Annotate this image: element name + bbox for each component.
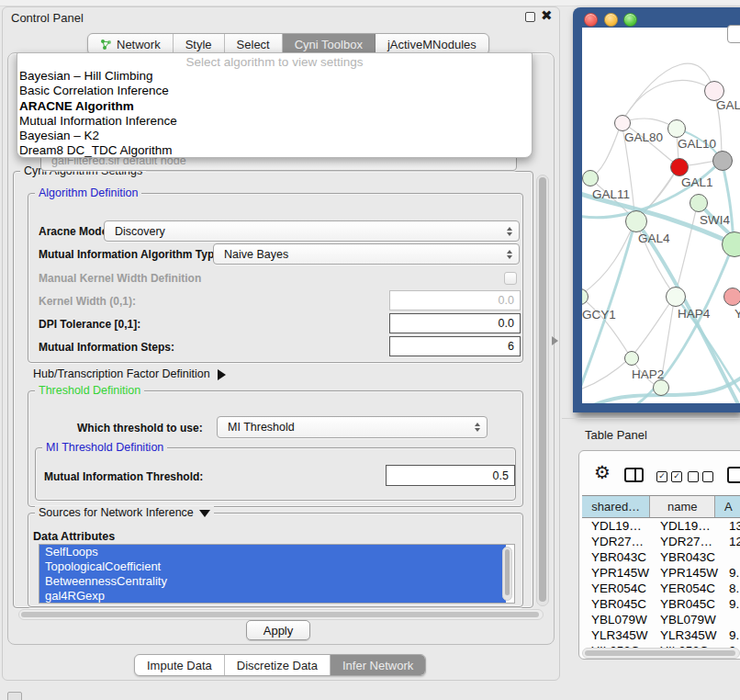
table-row[interactable]: YER054CYER054C8. xyxy=(582,581,740,596)
tab-infer-network-label: Infer Network xyxy=(342,659,413,672)
node-label: GAL1 xyxy=(681,175,713,189)
hub-definition-label: Hub/Transcription Factor Definition xyxy=(33,367,210,380)
kernel-width-field[interactable]: 0.0 xyxy=(389,290,521,310)
network-node-big-green[interactable] xyxy=(722,231,740,257)
settings-horizontal-scrollbar[interactable] xyxy=(18,609,544,620)
table-rows[interactable]: YDL19…YDL19…13 YDR27…YDR27…12 YBR043CYBR… xyxy=(582,518,740,648)
mi-type-value: Naive Bayes xyxy=(224,248,288,261)
mi-type-combo[interactable]: Naive Bayes xyxy=(213,243,520,265)
tab-select[interactable]: Select xyxy=(225,34,283,54)
network-node-gal10[interactable] xyxy=(667,119,686,138)
close-panel-button[interactable]: ✖ xyxy=(541,7,553,24)
aracne-mode-label: Aracne Mode: xyxy=(39,225,111,238)
node-label: GCY1 xyxy=(582,308,616,322)
document-icon[interactable] xyxy=(727,467,740,483)
network-toolbar-stub[interactable] xyxy=(727,25,740,43)
dpi-tolerance-value: 0.0 xyxy=(499,317,514,330)
table-row[interactable]: YBL079WYBL079W xyxy=(582,612,740,627)
tab-discretize-data-label: Discretize Data xyxy=(237,659,318,672)
settings-vertical-scrollbar[interactable] xyxy=(536,175,549,606)
app-root: Control Panel ✖ Network Style Select Cyn… xyxy=(0,0,740,700)
table-panel-divider xyxy=(562,418,740,419)
network-node-hap4[interactable] xyxy=(666,287,686,307)
select-all-checks-icon[interactable]: ✓✓ xyxy=(656,471,682,482)
table-row[interactable]: YPR145WYPR145W9. xyxy=(582,565,740,581)
network-node-gray[interactable] xyxy=(712,151,733,171)
attribute-item[interactable]: SelfLoops xyxy=(39,545,506,559)
table-row[interactable]: YLR345WYLR345W9. xyxy=(582,627,740,643)
column-layout-icon[interactable] xyxy=(624,468,644,482)
network-node-swi4[interactable] xyxy=(690,194,708,212)
close-window-icon[interactable] xyxy=(584,13,598,27)
hub-definition-toggle[interactable]: Hub/Transcription Factor Definition xyxy=(33,367,226,380)
column-header-name[interactable]: name xyxy=(650,496,715,517)
tab-network[interactable]: Network xyxy=(88,34,174,54)
network-node-bottom[interactable] xyxy=(653,379,669,396)
network-node-hap2[interactable] xyxy=(624,351,639,366)
splitter-collapse-icon[interactable] xyxy=(552,336,558,345)
table-row[interactable]: YDR27…YDR27…12 xyxy=(582,534,740,549)
apply-button[interactable]: Apply xyxy=(246,620,310,640)
table-panel-box: ⚙ ✓✓ shared… name A YDL19…YDL19…13 YDR27… xyxy=(578,450,740,660)
network-node-salmon[interactable] xyxy=(723,288,740,306)
tab-impute-data[interactable]: Impute Data xyxy=(135,655,225,675)
minimized-panel-button[interactable] xyxy=(7,692,22,700)
network-node-gal4[interactable] xyxy=(625,210,647,232)
algorithm-option[interactable]: Dream8 DC_TDC Algorithm xyxy=(17,143,532,158)
float-window-button[interactable] xyxy=(525,12,535,22)
manual-kernel-checkbox[interactable] xyxy=(504,272,517,285)
table-row[interactable]: YBR045CYBR045C9. xyxy=(582,596,740,612)
kernel-width-value: 0.0 xyxy=(499,294,514,307)
column-header-third[interactable]: A xyxy=(715,496,740,517)
bottom-tabbar: Impute Data Discretize Data Infer Networ… xyxy=(134,654,426,676)
node-label: GAL4 xyxy=(638,231,670,245)
data-attributes-list[interactable]: SelfLoops TopologicalCoefficient Between… xyxy=(39,544,515,604)
apply-button-label: Apply xyxy=(263,624,294,638)
control-panel-title: Control Panel xyxy=(11,11,84,25)
table-horizontal-scrollbar[interactable] xyxy=(582,648,740,659)
tab-cyni-toolbox[interactable]: Cyni Toolbox xyxy=(283,34,376,54)
attributes-list-scrollbar[interactable] xyxy=(502,547,512,601)
algorithm-option[interactable]: Mutual Information Inference xyxy=(17,114,532,129)
table-row[interactable]: YDL19…YDL19…13 xyxy=(582,518,740,534)
network-node-gal11[interactable] xyxy=(582,170,599,186)
minimize-window-icon[interactable] xyxy=(604,13,618,27)
tab-infer-network[interactable]: Infer Network xyxy=(331,655,425,675)
column-header-shared-name[interactable]: shared… xyxy=(582,496,650,517)
node-label: SWI4 xyxy=(700,213,730,227)
mi-steps-label: Mutual Information Steps: xyxy=(39,341,174,354)
table-row[interactable]: YBR043CYBR043C xyxy=(582,549,740,565)
network-node-gal1-selected[interactable] xyxy=(670,158,689,176)
network-canvas[interactable]: GAL GAL80 GAL10 GAL1 GAL11 SWI4 GAL4 GCY… xyxy=(582,28,740,403)
tab-jactivemnodules[interactable]: jActiveMNodules xyxy=(376,34,488,54)
which-threshold-label: Which threshold to use: xyxy=(77,422,203,435)
mi-threshold-field[interactable]: 0.5 xyxy=(386,465,515,486)
attribute-item[interactable]: BetweennessCentrality xyxy=(39,574,506,589)
mi-steps-field[interactable]: 6 xyxy=(389,336,521,356)
sources-group-title[interactable]: Sources for Network Inference xyxy=(35,506,214,519)
gear-icon[interactable]: ⚙ xyxy=(594,463,611,481)
attribute-item[interactable]: gal4RGexp xyxy=(39,589,506,604)
mi-threshold-label: Mutual Information Threshold: xyxy=(44,470,203,483)
aracne-mode-combo[interactable]: Discovery xyxy=(104,220,520,242)
table-header-row: shared… name A xyxy=(582,495,740,518)
tab-jactivemnodules-label: jActiveMNodules xyxy=(387,38,477,51)
algorithm-option-selected[interactable]: ARACNE Algorithm xyxy=(17,99,532,114)
algorithm-dropdown-placeholder: Select algorithm to view settings xyxy=(17,55,532,69)
tab-style-label: Style xyxy=(185,38,212,51)
tab-discretize-data[interactable]: Discretize Data xyxy=(225,655,331,675)
aracne-mode-value: Discovery xyxy=(115,225,165,238)
dpi-tolerance-field[interactable]: 0.0 xyxy=(389,313,521,333)
tab-select-label: Select xyxy=(237,38,270,51)
deselect-all-checks-icon[interactable] xyxy=(688,471,713,482)
maximize-window-icon[interactable] xyxy=(623,13,637,27)
attribute-item[interactable]: TopologicalCoefficient xyxy=(39,559,506,574)
node-label: HAP2 xyxy=(632,367,664,381)
algorithm-option[interactable]: Bayesian – K2 xyxy=(17,129,532,143)
tab-style[interactable]: Style xyxy=(174,34,225,54)
mi-steps-value: 6 xyxy=(508,340,514,353)
algorithm-option[interactable]: Bayesian – Hill Climbing xyxy=(17,69,532,84)
network-node-gal80[interactable] xyxy=(614,115,631,131)
which-threshold-combo[interactable]: MI Threshold xyxy=(217,416,488,438)
algorithm-option[interactable]: Basic Correlation Inference xyxy=(17,84,532,98)
